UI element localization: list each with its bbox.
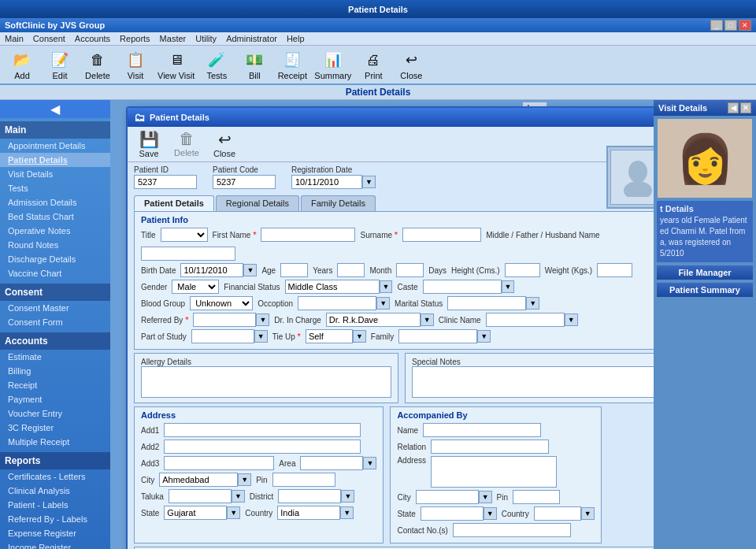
- city-input[interactable]: [159, 473, 238, 487]
- sidebar-item-tests[interactable]: Tests: [0, 181, 110, 195]
- reg-date-dropdown[interactable]: ▼: [362, 176, 376, 188]
- maximize-btn[interactable]: □: [724, 20, 737, 31]
- patient-id-input[interactable]: [134, 175, 197, 189]
- tab-family-details[interactable]: Family Details: [301, 195, 376, 211]
- acc-country-input[interactable]: [534, 506, 581, 521]
- marital-status-dropdown[interactable]: ▼: [526, 297, 539, 310]
- acc-pin-input[interactable]: [513, 490, 560, 504]
- sidebar-item-payment[interactable]: Payment: [0, 392, 110, 406]
- age-years-input[interactable]: [280, 263, 308, 277]
- middle-name-input[interactable]: [141, 247, 235, 261]
- pin-input[interactable]: [272, 473, 335, 487]
- edit-button[interactable]: 📝 Edit: [44, 49, 76, 80]
- acc-city-input[interactable]: [416, 490, 479, 504]
- caste-dropdown[interactable]: ▼: [502, 280, 515, 293]
- referred-by-dropdown[interactable]: ▼: [256, 313, 269, 326]
- dr-in-charge-dropdown[interactable]: ▼: [421, 313, 434, 326]
- age-days-input[interactable]: [396, 263, 424, 277]
- gender-select[interactable]: Male: [172, 280, 219, 294]
- close-app-btn[interactable]: ✕: [739, 20, 751, 31]
- family-dropdown[interactable]: ▼: [477, 330, 491, 343]
- sidebar-item-estimate[interactable]: Estimate: [0, 350, 110, 364]
- sidebar-item-referred-labels[interactable]: Referred By - Labels: [0, 512, 110, 526]
- city-dropdown[interactable]: ▼: [238, 473, 251, 486]
- sidebar-item-vaccine[interactable]: Vaccine Chart: [0, 266, 110, 280]
- age-month-input[interactable]: [337, 263, 365, 277]
- caste-input[interactable]: [423, 280, 502, 294]
- add-button[interactable]: 📂 Add: [6, 49, 38, 80]
- sidebar-item-income[interactable]: Income Register: [0, 540, 110, 549]
- acc-contact-input[interactable]: [453, 523, 571, 537]
- tab-regional-details[interactable]: Regional Details: [216, 195, 299, 211]
- height-input[interactable]: [505, 263, 540, 277]
- sidebar-item-voucher[interactable]: Voucher Entry: [0, 406, 110, 421]
- menu-consent[interactable]: Consent: [33, 34, 65, 43]
- area-dropdown[interactable]: ▼: [363, 457, 376, 469]
- menu-accounts[interactable]: Accounts: [75, 34, 110, 43]
- save-btn[interactable]: 💾 Save: [134, 130, 164, 158]
- reg-date-input[interactable]: [291, 175, 362, 189]
- minimize-btn[interactable]: _: [710, 20, 723, 31]
- add2-input[interactable]: [164, 440, 361, 454]
- tie-up-dropdown[interactable]: ▼: [353, 330, 366, 343]
- financial-status-input[interactable]: [285, 280, 380, 294]
- country-dropdown[interactable]: ▼: [340, 506, 354, 519]
- birth-date-input[interactable]: [180, 263, 243, 277]
- acc-city-dropdown[interactable]: ▼: [479, 491, 492, 503]
- surname-input[interactable]: [402, 228, 481, 242]
- allergy-textarea[interactable]: [141, 366, 391, 398]
- menu-utility[interactable]: Utility: [195, 34, 217, 43]
- sidebar-item-round[interactable]: Round Notes: [0, 238, 110, 252]
- marital-status-input[interactable]: [447, 296, 526, 310]
- print-button[interactable]: 🖨 Print: [358, 49, 389, 80]
- sidebar-item-multiple-receipt[interactable]: Multiple Receipt: [0, 435, 110, 449]
- weight-input[interactable]: [597, 263, 632, 277]
- patient-code-input[interactable]: [213, 175, 276, 189]
- sidebar-item-appointment[interactable]: Appointment Details: [0, 139, 110, 153]
- first-name-input[interactable]: [261, 228, 355, 242]
- sidebar-item-consent-form[interactable]: Consent Form: [0, 315, 110, 329]
- panel-close-btn[interactable]: ✕: [740, 102, 751, 113]
- financial-status-dropdown[interactable]: ▼: [380, 280, 393, 293]
- sidebar-item-patient-labels[interactable]: Patient - Labels: [0, 498, 110, 512]
- taluka-dropdown[interactable]: ▼: [232, 490, 245, 503]
- patient-summary-btn[interactable]: Patient Summary: [657, 283, 753, 297]
- country-input[interactable]: [277, 506, 340, 520]
- part-of-study-input[interactable]: [191, 329, 254, 343]
- visit-button[interactable]: 📋 Visit: [120, 49, 151, 80]
- sidebar-item-bed-status[interactable]: Bed Status Chart: [0, 210, 110, 224]
- menu-reports[interactable]: Reports: [120, 34, 150, 43]
- acc-address-textarea[interactable]: [431, 456, 557, 488]
- dialog-close-toolbar-btn[interactable]: ↩ Close: [209, 130, 239, 158]
- sidebar-item-visit[interactable]: Visit Details: [0, 167, 110, 181]
- sidebar-item-consent-master[interactable]: Consent Master: [0, 301, 110, 315]
- dialog-delete-btn[interactable]: 🗑 Delete: [172, 130, 202, 158]
- occupation-input[interactable]: [298, 296, 376, 310]
- add1-input[interactable]: [164, 423, 361, 437]
- birth-date-dropdown[interactable]: ▼: [243, 264, 257, 276]
- menu-master[interactable]: Master: [160, 34, 187, 43]
- sidebar-item-receipt[interactable]: Receipt: [0, 378, 110, 392]
- bill-button[interactable]: 💵 Bill: [239, 49, 270, 80]
- sidebar-item-admission[interactable]: Admission Details: [0, 195, 110, 210]
- tab-patient-details[interactable]: Patient Details: [134, 195, 214, 211]
- file-manager-btn[interactable]: File Manager: [657, 265, 753, 280]
- close-toolbar-button[interactable]: ↩ Close: [395, 49, 427, 80]
- family-input[interactable]: [398, 329, 477, 343]
- tie-up-input[interactable]: [306, 329, 353, 343]
- state-input[interactable]: [164, 506, 227, 520]
- tests-button[interactable]: 🧪 Tests: [201, 49, 232, 80]
- panel-pin-btn[interactable]: ◀: [728, 102, 739, 113]
- acc-country-dropdown[interactable]: ▼: [581, 507, 595, 520]
- menu-administrator[interactable]: Administrator: [226, 34, 277, 43]
- summary-button[interactable]: 📊 Summary: [314, 49, 351, 80]
- sidebar-item-certificates[interactable]: Certificates - Letters: [0, 469, 110, 484]
- sidebar-item-operative[interactable]: Operative Notes: [0, 224, 110, 238]
- blood-group-select[interactable]: Unknown: [190, 296, 253, 310]
- sidebar-item-expense[interactable]: Expense Register: [0, 526, 110, 540]
- sidebar-item-billing[interactable]: Billing: [0, 364, 110, 378]
- sidebar-item-patient[interactable]: Patient Details: [0, 153, 110, 167]
- district-dropdown[interactable]: ▼: [341, 490, 354, 503]
- acc-name-input[interactable]: [423, 423, 541, 437]
- part-of-study-dropdown[interactable]: ▼: [254, 330, 268, 343]
